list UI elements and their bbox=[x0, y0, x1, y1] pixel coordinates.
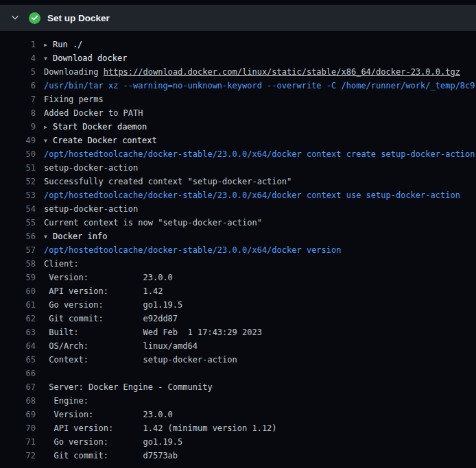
log-text: Current context is now "setup-docker-act… bbox=[44, 216, 262, 230]
line-number[interactable]: 65 bbox=[0, 353, 36, 367]
command-text: /opt/hostedtoolcache/docker-stable/23.0.… bbox=[44, 243, 341, 257]
log-line: 63 Built: Wed Feb 1 17:43:29 2023 bbox=[0, 325, 476, 339]
line-number[interactable]: 51 bbox=[0, 161, 36, 175]
log-line: 69 Version: 23.0.0 bbox=[0, 408, 476, 421]
command-text: /opt/hostedtoolcache/docker-stable/23.0.… bbox=[44, 147, 475, 161]
log-line: 53/opt/hostedtoolcache/docker-stable/23.… bbox=[0, 188, 476, 202]
group-title: Download docker bbox=[53, 53, 127, 63]
log-line: 55Current context is now "setup-docker-a… bbox=[0, 216, 476, 230]
log-line[interactable]: 49▼Create Docker context bbox=[0, 134, 476, 147]
log-line-content: Downloading https://download.docker.com/… bbox=[44, 65, 460, 79]
step-header[interactable]: Set up Docker bbox=[0, 5, 476, 31]
log-text: Git commit: d7573ab bbox=[44, 449, 178, 463]
log-line: 5Downloading https://download.docker.com… bbox=[0, 65, 476, 79]
log-line: 66 bbox=[0, 367, 476, 380]
line-number[interactable]: 52 bbox=[0, 175, 36, 188]
chevron-expanded-icon: ▼ bbox=[44, 230, 53, 243]
log-line: 50/opt/hostedtoolcache/docker-stable/23.… bbox=[0, 147, 476, 161]
line-number[interactable]: 57 bbox=[0, 243, 36, 257]
log-line[interactable]: 9▶Start Docker daemon bbox=[0, 120, 476, 134]
group-title: Start Docker daemon bbox=[53, 122, 147, 132]
log-line: 67 Server: Docker Engine - Community bbox=[0, 380, 476, 394]
log-line: 51setup-docker-action bbox=[0, 161, 476, 175]
success-check-icon bbox=[29, 12, 40, 24]
log-line: 58Client: bbox=[0, 257, 476, 271]
log-line: 70 API version: 1.42 (minimum version 1.… bbox=[0, 421, 476, 435]
chevron-collapsed-icon: ▶ bbox=[44, 38, 53, 51]
log-line-content: ▼Docker info bbox=[44, 230, 107, 243]
line-number[interactable]: 54 bbox=[0, 202, 36, 216]
log-text: setup-docker-action bbox=[44, 161, 138, 175]
line-number[interactable]: 59 bbox=[0, 271, 36, 284]
log-text: Context: setup-docker-action bbox=[44, 353, 237, 367]
command-text: /usr/bin/tar xz --warning=no-unknown-key… bbox=[44, 79, 475, 93]
log-text: Downloading bbox=[44, 67, 104, 77]
log-line: 6/usr/bin/tar xz --warning=no-unknown-ke… bbox=[0, 79, 476, 93]
line-number[interactable]: 56 bbox=[0, 230, 36, 243]
log-line-content: ▶Run ./ bbox=[44, 38, 82, 51]
log-text: Client: bbox=[44, 257, 79, 271]
line-number[interactable]: 60 bbox=[0, 284, 36, 298]
log-line: 61 Go version: go1.19.5 bbox=[0, 298, 476, 312]
line-number[interactable]: 5 bbox=[0, 65, 36, 79]
group-title: Run ./ bbox=[53, 40, 82, 49]
log-line: 7Fixing perms bbox=[0, 93, 476, 106]
line-number[interactable]: 6 bbox=[0, 79, 36, 93]
log-line: 52Successfully created context "setup-do… bbox=[0, 175, 476, 188]
line-number[interactable]: 64 bbox=[0, 339, 36, 353]
line-number[interactable]: 63 bbox=[0, 325, 36, 339]
log-line-content: ▼Create Docker context bbox=[44, 134, 157, 147]
log-line[interactable]: 4▼Download docker bbox=[0, 51, 476, 65]
step-title: Set up Docker bbox=[47, 13, 110, 23]
group-title: Docker info bbox=[53, 232, 107, 241]
log-text: Version: 23.0.0 bbox=[44, 271, 173, 284]
log-text: API version: 1.42 bbox=[44, 284, 163, 298]
log-line[interactable]: 1▶Run ./ bbox=[0, 38, 476, 51]
chevron-expanded-icon: ▼ bbox=[44, 52, 53, 65]
line-number[interactable]: 61 bbox=[0, 298, 36, 312]
log-viewer: 1▶Run ./4▼Download docker5Downloading ht… bbox=[0, 31, 476, 463]
line-number[interactable]: 72 bbox=[0, 449, 36, 463]
line-number[interactable]: 8 bbox=[0, 106, 36, 120]
log-line[interactable]: 56▼Docker info bbox=[0, 230, 476, 243]
log-text: Built: Wed Feb 1 17:43:29 2023 bbox=[44, 325, 262, 339]
log-link[interactable]: https://download.docker.com/linux/static… bbox=[104, 67, 460, 77]
line-number[interactable]: 58 bbox=[0, 257, 36, 271]
log-line-content: ▼Download docker bbox=[44, 51, 127, 65]
line-number[interactable]: 50 bbox=[0, 147, 36, 161]
chevron-collapsed-icon: ▶ bbox=[44, 121, 53, 134]
line-number[interactable]: 55 bbox=[0, 216, 36, 230]
line-number[interactable]: 68 bbox=[0, 394, 36, 408]
log-text: Git commit: e92dd87 bbox=[44, 312, 178, 325]
log-text: Server: Docker Engine - Community bbox=[44, 380, 213, 394]
log-text: setup-docker-action bbox=[44, 202, 138, 216]
log-line-content: ▶Start Docker daemon bbox=[44, 120, 147, 134]
log-line: 59 Version: 23.0.0 bbox=[0, 271, 476, 284]
log-line: 62 Git commit: e92dd87 bbox=[0, 312, 476, 325]
log-text: Added Docker to PATH bbox=[44, 106, 143, 120]
line-number[interactable]: 7 bbox=[0, 93, 36, 106]
log-line: 64 OS/Arch: linux/amd64 bbox=[0, 339, 476, 353]
line-number[interactable]: 4 bbox=[0, 51, 36, 65]
line-number[interactable]: 69 bbox=[0, 408, 36, 421]
line-number[interactable]: 9 bbox=[0, 120, 36, 134]
log-line: 72 Git commit: d7573ab bbox=[0, 449, 476, 463]
log-text: API version: 1.42 (minimum version 1.12) bbox=[44, 421, 277, 435]
log-text: Version: 23.0.0 bbox=[44, 408, 173, 421]
log-line: 57/opt/hostedtoolcache/docker-stable/23.… bbox=[0, 243, 476, 257]
log-text: Successfully created context "setup-dock… bbox=[44, 175, 291, 188]
log-text: Go version: go1.19.5 bbox=[44, 298, 182, 312]
line-number[interactable]: 70 bbox=[0, 421, 36, 435]
chevron-down-icon[interactable] bbox=[10, 12, 21, 23]
log-text: OS/Arch: linux/amd64 bbox=[44, 339, 198, 353]
line-number[interactable]: 53 bbox=[0, 188, 36, 202]
line-number[interactable]: 71 bbox=[0, 435, 36, 449]
command-text: /opt/hostedtoolcache/docker-stable/23.0.… bbox=[44, 188, 460, 202]
log-text: Engine: bbox=[44, 394, 88, 408]
line-number[interactable]: 1 bbox=[0, 38, 36, 51]
line-number[interactable]: 49 bbox=[0, 134, 36, 147]
line-number[interactable]: 66 bbox=[0, 367, 36, 380]
log-text: Go version: go1.19.5 bbox=[44, 435, 182, 449]
line-number[interactable]: 67 bbox=[0, 380, 36, 394]
line-number[interactable]: 62 bbox=[0, 312, 36, 325]
